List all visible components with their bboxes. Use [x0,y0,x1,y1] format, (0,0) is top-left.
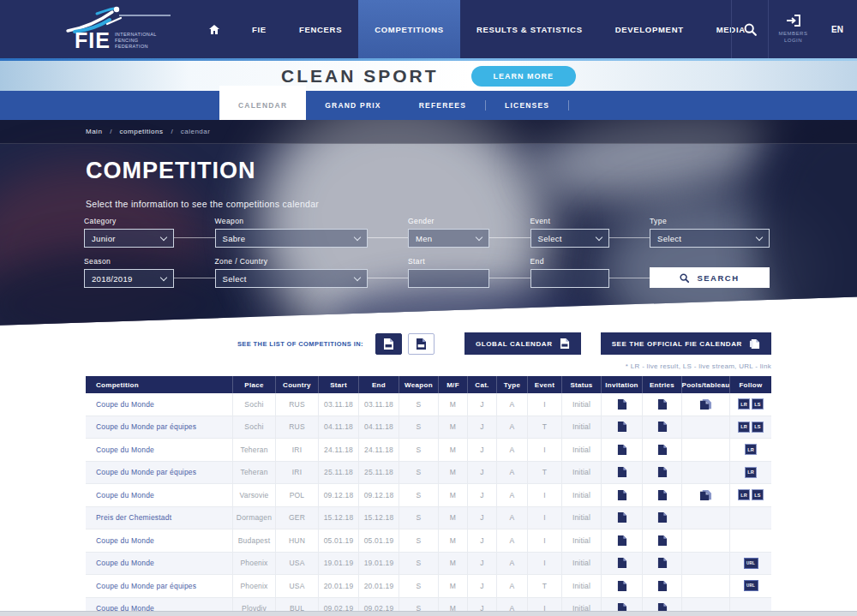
cell-cat: J [468,575,497,598]
entries-document-icon[interactable] [657,421,668,433]
download-pdf-button[interactable] [375,333,402,355]
cell-place: Sochi [233,393,276,416]
competition-link[interactable]: Coupe du Monde par équipes [86,575,233,598]
type-select[interactable]: Select [650,229,770,248]
chevron-down-icon [160,233,167,240]
invitation-document-icon[interactable] [617,580,627,592]
tab-licenses[interactable]: LICENSES [486,91,568,120]
cell-weapon: S [399,439,439,462]
nav-item-development[interactable]: DEVELOPMENT [599,0,700,58]
cell-follow: LRLS [730,416,771,440]
filter-weapon: Weapon Sabre [215,217,368,248]
download-xls-button[interactable] [408,333,434,355]
category-select[interactable]: Junior [84,229,174,248]
cell-place: Phoenix [233,575,276,598]
cell-cat: J [468,553,497,576]
fie-logo[interactable]: FIE INTERNATIONAL FENCING FEDERATION [47,3,184,55]
invitation-document-icon[interactable] [617,511,627,523]
competition-link[interactable]: Coupe du Monde [86,439,233,462]
entries-document-icon[interactable] [657,489,668,501]
cell-country: USA [276,575,319,598]
zone-country-select[interactable]: Select [215,269,368,288]
event-select[interactable]: Select [530,229,609,248]
table-row: Coupe du Monde par équipesSochiRUS04.11.… [86,416,771,440]
invitation-document-icon[interactable] [617,466,627,478]
pools-tableau-document-icon[interactable] [698,489,713,501]
cell-pools-tableau-document [682,439,730,462]
cell-mf: M [439,507,468,530]
bottom-scrollbar-strip[interactable] [0,611,857,616]
invitation-document-icon[interactable] [617,489,627,501]
cell-entries-document [643,439,682,462]
follow-badge-lr[interactable]: LR [745,444,757,455]
home-icon [209,25,219,34]
nav-item-home[interactable] [193,0,236,58]
entries-document-icon[interactable] [657,580,668,592]
xls-document-icon [560,338,570,350]
competition-link[interactable]: Coupe du Monde [86,484,233,507]
competition-link[interactable]: Coupe du Monde [86,393,233,416]
invitation-document-icon[interactable] [617,444,627,456]
invitation-document-icon[interactable] [617,398,627,410]
tab-referees[interactable]: REFEREES [400,91,485,120]
cell-country: POL [276,484,319,507]
entries-document-icon[interactable] [657,444,668,456]
cell-weapon: S [399,575,439,598]
follow-badge-url[interactable]: URL [744,558,758,569]
competition-link[interactable]: Coupe du Monde [86,529,233,553]
search-button[interactable] [731,0,768,58]
cell-place: Sochi [233,416,276,440]
table-row: Preis der ChemiestadtDormagenGER15.12.18… [86,507,771,530]
cell-end: 09.12.18 [359,484,399,507]
cell-follow [730,507,771,530]
type-label: Type [650,217,770,225]
entries-document-icon[interactable] [657,557,668,569]
cell-cat: J [468,462,497,485]
follow-badge-lr[interactable]: LR [738,422,750,433]
competition-link[interactable]: Coupe du Monde [86,553,233,576]
entries-document-icon[interactable] [657,511,668,523]
members-login-button[interactable]: MEMBERS LOGIN [768,0,818,58]
pools-tableau-document-icon[interactable] [698,398,713,410]
follow-badge-url[interactable]: URL [744,580,758,591]
invitation-document-icon[interactable] [617,535,627,547]
entries-document-icon[interactable] [657,535,668,547]
clean-sport-title: CLEAN SPORT [281,66,439,87]
tab-calendar[interactable]: CALENDAR [219,86,306,120]
gender-select[interactable]: Men [408,229,489,248]
learn-more-button[interactable]: LEARN MORE [471,66,577,87]
official-fie-calendar-button[interactable]: SEE THE OFFICIAL FIE CALENDAR [601,332,771,355]
invitation-document-icon[interactable] [617,421,627,433]
nav-item-results-statistics[interactable]: RESULTS & STATISTICS [460,0,599,58]
filter-zone-country: Zone / Country Select [215,257,368,288]
breadcrumb-competitions[interactable]: competitions [120,128,164,135]
competition-link[interactable]: Coupe du Monde par équipes [86,462,233,485]
cell-invitation-document [602,393,643,416]
end-date-input[interactable] [530,269,609,288]
competition-link[interactable]: Preis der Chemiestadt [86,507,233,530]
follow-badge-ls[interactable]: LS [752,398,764,410]
tab-grand-prix[interactable]: GRAND PRIX [306,91,399,120]
start-label: Start [408,257,489,266]
follow-badge-lr[interactable]: LR [738,489,750,500]
follow-badge-ls[interactable]: LS [752,489,764,500]
breadcrumb-main[interactable]: Main [86,128,102,135]
follow-badge-lr[interactable]: LR [738,398,750,410]
weapon-select[interactable]: Sabre [215,229,368,248]
season-select[interactable]: 2018/2019 [84,269,174,288]
start-date-input[interactable] [408,269,489,288]
nav-item-fencers[interactable]: FENCERS [283,0,358,58]
competition-link[interactable]: Coupe du Monde par équipes [86,416,233,440]
nav-item-competitions[interactable]: COMPETITIONS [358,0,460,58]
cell-place: Phoenix [233,553,276,576]
invitation-document-icon[interactable] [617,557,627,569]
entries-document-icon[interactable] [657,398,668,410]
entries-document-icon[interactable] [657,466,668,478]
cell-country: HUN [276,529,319,553]
follow-badge-lr[interactable]: LR [745,467,757,478]
language-selector[interactable]: EN [818,0,857,58]
global-calendar-button[interactable]: GLOBAL CALENDAR [464,332,581,355]
follow-badge-ls[interactable]: LS [752,422,764,433]
search-submit-button[interactable]: SEARCH [650,267,770,288]
nav-item-fie[interactable]: FIE [236,0,283,58]
